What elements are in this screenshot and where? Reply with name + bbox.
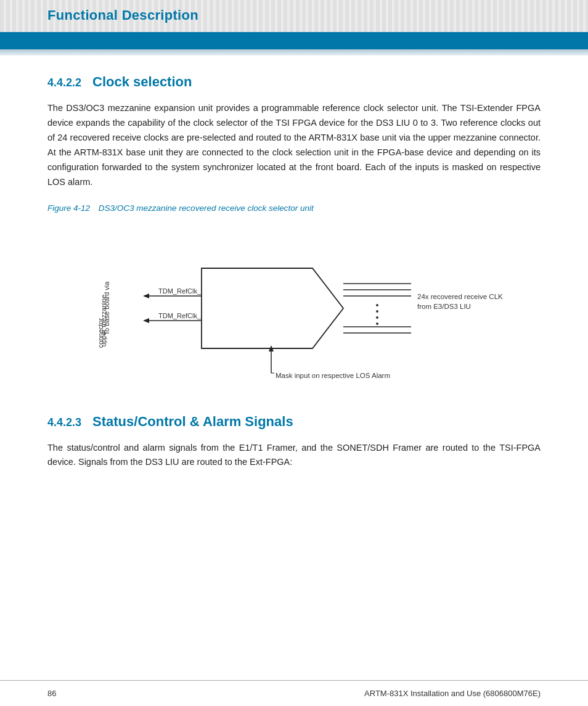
figure-num: Figure 4-12 <box>47 203 90 213</box>
page-number: 86 <box>47 689 56 698</box>
figure-caption: Figure 4-12 DS3/OC3 mezzanine recovered … <box>47 203 541 213</box>
svg-point-15 <box>376 316 378 319</box>
section-442-title: Clock selection <box>92 74 192 90</box>
header: Functional Description <box>0 0 588 49</box>
svg-text:TDM_RefClk_3: TDM_RefClk_3 <box>158 312 205 319</box>
svg-point-14 <box>376 310 378 313</box>
svg-text:connector: connector <box>97 318 104 348</box>
svg-marker-9 <box>202 268 343 348</box>
sub-stripe <box>0 49 588 55</box>
svg-text:Mask input on respective LOS A: Mask input on respective LOS Alarm <box>276 372 390 379</box>
section-442-number: 4.4.2.2 <box>47 76 81 89</box>
svg-marker-4 <box>143 293 149 298</box>
svg-point-16 <box>376 322 378 325</box>
svg-marker-7 <box>143 318 149 323</box>
document-title: ARTM-831X Installation and Use (6806800M… <box>364 689 541 698</box>
clock-selector-diagram: To base board via upper mezzanine connec… <box>78 225 510 392</box>
header-stripe <box>0 32 588 49</box>
diagram-container: To base board via upper mezzanine connec… <box>47 225 541 392</box>
figure-caption-text: DS3/OC3 mezzanine recovered receive cloc… <box>99 203 314 213</box>
svg-point-13 <box>376 304 378 306</box>
page-title: Functional Description <box>47 7 198 23</box>
svg-text:24x recovered receive CLK: 24x recovered receive CLK <box>417 293 503 300</box>
section-442-body: The DS3/OC3 mezzanine expansion unit pro… <box>47 101 541 190</box>
svg-text:from E3/DS3 LIU: from E3/DS3 LIU <box>417 303 471 310</box>
main-content: 4.4.2.2 Clock selection The DS3/OC3 mezz… <box>0 55 588 520</box>
svg-text:TDM_RefClk_2: TDM_RefClk_2 <box>158 287 205 295</box>
footer: 86 ARTM-831X Installation and Use (68068… <box>0 680 588 706</box>
section-443-heading: 4.4.2.3 Status/Control & Alarm Signals <box>47 414 541 430</box>
section-443-body: The status/control and alarm signals fro… <box>47 441 541 470</box>
section-443-title: Status/Control & Alarm Signals <box>92 414 293 430</box>
section-443-number: 4.4.2.3 <box>47 416 81 429</box>
section-442-heading: 4.4.2.2 Clock selection <box>47 74 541 90</box>
